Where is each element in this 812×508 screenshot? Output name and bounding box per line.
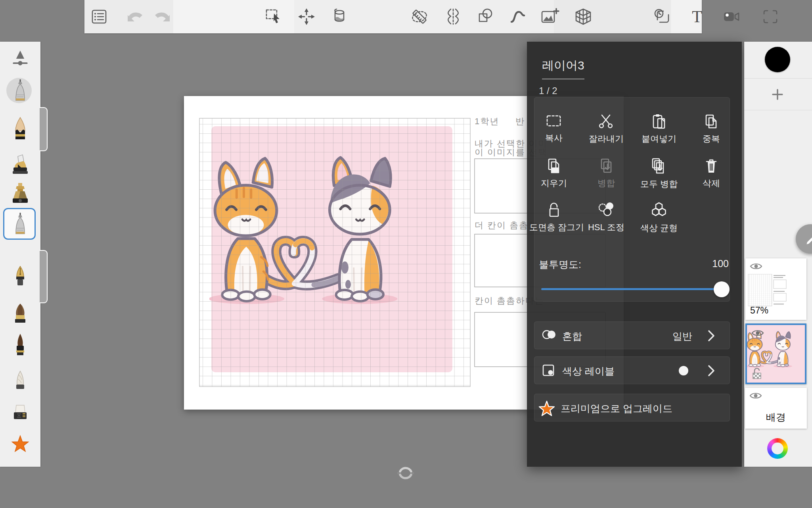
brush-airbrush[interactable] — [0, 180, 40, 208]
color-label-icon — [542, 364, 556, 378]
layer-name-title[interactable]: 레이어3 — [542, 58, 584, 79]
color-wheel-button[interactable] — [767, 438, 788, 459]
transform-icon[interactable] — [290, 0, 323, 33]
alpha-lock-icon[interactable] — [751, 367, 763, 380]
worksheet-class-label: 반 — [515, 116, 525, 126]
redo-arrow — [155, 13, 170, 21]
brush-eraser[interactable] — [0, 401, 40, 429]
layer-visibility-eye-icon[interactable] — [751, 328, 764, 338]
star-icon — [12, 436, 29, 452]
layer-options-popup: 레이어3 1 / 2 복사 잘라내기 붙여넣기 중복 지우기 병합 모두 병합 … — [527, 42, 742, 467]
divider — [744, 110, 812, 110]
color-label-current-dot — [679, 366, 688, 375]
layer-visibility-eye-icon[interactable] — [749, 262, 763, 271]
divider — [744, 78, 812, 79]
fullscreen-icon[interactable] — [754, 0, 787, 33]
symmetry-icon[interactable] — [437, 0, 470, 33]
worksheet-grid — [199, 118, 470, 387]
lock-layer-button[interactable]: 도면층 잠그기 — [529, 202, 578, 240]
premium-star-icon — [538, 399, 556, 418]
brush-size-flyout-tab[interactable] — [40, 107, 48, 151]
top-toolbar: T — [84, 0, 702, 33]
perspective-icon[interactable] — [567, 0, 600, 33]
layer-opacity-badge: 57% — [750, 305, 768, 316]
brush-technical-pen[interactable] — [0, 76, 40, 105]
brush-sidebar — [0, 42, 40, 467]
undo-arrow — [128, 13, 142, 21]
ruler-icon[interactable] — [403, 0, 436, 33]
layer-page-indicator: 1 / 2 — [539, 85, 557, 96]
blend-venn-icon — [542, 329, 557, 341]
brush-inking-pen[interactable] — [0, 210, 40, 238]
opacity-label: 불투명도: — [539, 258, 581, 271]
paste-button[interactable]: 붙여넣기 — [634, 113, 684, 151]
add-layer-button[interactable] — [771, 88, 784, 103]
merge-all-button[interactable]: 모두 병합 — [634, 158, 684, 196]
cut-button[interactable]: 잘라내기 — [582, 113, 631, 151]
merge-button: 병합 — [582, 158, 631, 196]
chevron-right-icon — [707, 329, 715, 342]
layer-item-cats-selected[interactable] — [745, 323, 806, 384]
fill-icon[interactable] — [323, 0, 356, 33]
brush-settings-button[interactable] — [0, 44, 40, 73]
brush-fountain-pen[interactable] — [0, 263, 40, 292]
plus-icon — [771, 88, 784, 101]
layers-panel: 57% 배경 — [744, 42, 812, 467]
layer-item-background[interactable]: 배경 — [745, 388, 807, 429]
shapes-icon[interactable] — [469, 0, 502, 33]
clear-button[interactable]: 지우기 — [529, 158, 578, 196]
color-balance-button[interactable]: 색상 균형 — [634, 202, 684, 240]
worksheet-grade: 1학년 — [475, 116, 499, 126]
camera-preview-icon[interactable] — [715, 0, 748, 33]
text-tool-icon[interactable]: T — [680, 0, 714, 33]
opacity-slider[interactable] — [541, 288, 722, 290]
color-label-row[interactable]: 색상 레이블 — [534, 356, 730, 384]
rect-select-icon[interactable] — [257, 0, 290, 33]
premium-upgrade-label: 프리미엄으로 업그레이드 — [561, 402, 672, 415]
delete-button[interactable]: 삭제 — [687, 158, 736, 196]
layer-thumbnail-worksheet — [747, 272, 788, 308]
blend-value: 일반 — [672, 330, 692, 343]
chevron-right-icon — [707, 364, 715, 377]
hsl-adjust-button[interactable]: HSL 조정 — [582, 202, 631, 240]
time-lapse-icon[interactable] — [646, 0, 679, 33]
redo-icon[interactable] — [146, 0, 179, 33]
copy-icon — [547, 116, 560, 126]
favorites-star-button[interactable] — [0, 429, 40, 458]
brush-round-brush[interactable] — [0, 300, 40, 328]
opacity-value: 100 — [712, 258, 729, 269]
brush-pointed-brush[interactable] — [0, 331, 40, 360]
brush-blender[interactable] — [0, 368, 40, 396]
layer-visibility-eye-icon[interactable] — [749, 391, 762, 400]
brush-opacity-flyout-tab[interactable] — [40, 250, 48, 303]
copy-button[interactable]: 복사 — [529, 113, 578, 151]
svg-text:T: T — [692, 8, 702, 26]
background-layer-label: 배경 — [745, 411, 807, 424]
import-image-icon[interactable] — [533, 0, 567, 33]
rotate-reset-icon[interactable] — [397, 464, 414, 482]
menu-icon[interactable] — [82, 0, 116, 33]
duplicate-button[interactable]: 중복 — [687, 113, 736, 151]
current-color-swatch[interactable] — [765, 47, 790, 72]
blend-label: 혼합 — [562, 330, 582, 343]
pencil-icon — [802, 231, 812, 247]
color-label-label: 색상 레이블 — [562, 365, 615, 378]
premium-upgrade-row[interactable]: 프리미엄으로 업그레이드 — [534, 394, 730, 421]
brush-chisel-marker[interactable] — [0, 151, 40, 180]
blend-mode-row[interactable]: 혼합 일반 — [534, 321, 730, 349]
layer-item-worksheet[interactable]: 57% — [745, 258, 806, 320]
stroke-style-icon[interactable] — [501, 0, 534, 33]
opacity-slider-thumb[interactable] — [714, 281, 730, 297]
brush-pencil[interactable] — [0, 114, 40, 142]
